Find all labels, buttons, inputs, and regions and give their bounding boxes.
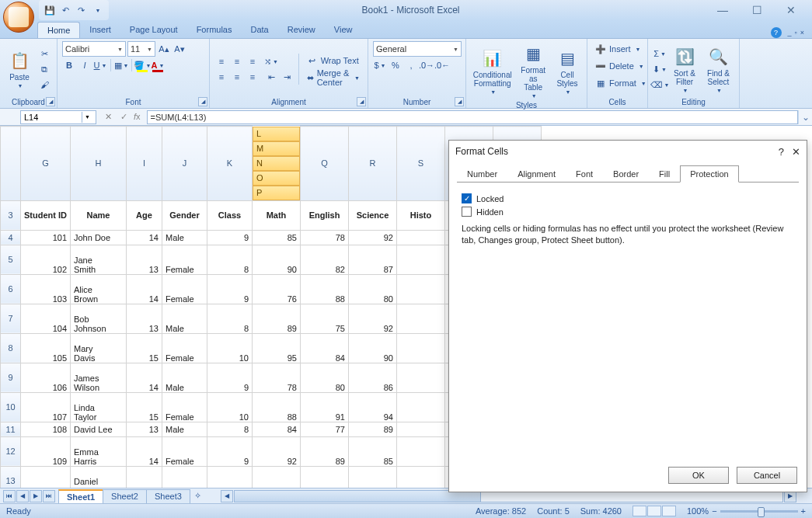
header-cell[interactable]: Science <box>349 200 397 230</box>
cell[interactable]: 106 <box>21 363 71 392</box>
cell[interactable] <box>397 363 445 392</box>
cell[interactable]: 9 <box>207 436 253 466</box>
cell[interactable]: 10 <box>207 392 253 422</box>
format-cells-button[interactable]: ▦Format▼ <box>592 75 650 91</box>
cell[interactable]: 102 <box>21 245 71 274</box>
app-close-icon[interactable]: × <box>800 27 804 38</box>
insert-function-icon[interactable]: fx <box>134 112 141 122</box>
format-as-table-button[interactable]: ▦Format as Table▼ <box>517 41 549 100</box>
cell[interactable]: Male <box>162 363 207 392</box>
clipboard-dialog-launcher[interactable]: ◢ <box>46 97 55 106</box>
cancel-button[interactable]: Cancel <box>737 467 797 484</box>
delete-cells-button[interactable]: ➖Delete▼ <box>592 58 647 74</box>
cell[interactable]: 9 <box>207 274 253 304</box>
cell[interactable]: 8 <box>207 304 253 333</box>
column-header-H[interactable]: H <box>71 127 127 201</box>
paste-button[interactable]: 📋 Paste ▼ <box>5 48 34 90</box>
cell[interactable]: 14 <box>127 363 162 392</box>
select-all-corner[interactable] <box>1 127 21 201</box>
dialog-tab-fill[interactable]: Fill <box>649 165 680 183</box>
align-bottom-icon[interactable]: ≡ <box>246 54 260 68</box>
cell[interactable]: 85 <box>253 230 301 245</box>
cell[interactable]: 84 <box>301 333 349 363</box>
border-button[interactable]: ▦▼ <box>114 58 128 72</box>
cell[interactable]: BobJohnson <box>71 304 127 333</box>
dialog-tab-font[interactable]: Font <box>566 165 603 183</box>
cell[interactable]: LindaTaylor <box>71 392 127 422</box>
cell[interactable]: 78 <box>253 363 301 392</box>
enter-formula-icon[interactable]: ✓ <box>118 112 129 122</box>
header-cell[interactable]: Age <box>127 200 162 230</box>
row-header-9[interactable]: 9 <box>1 363 21 392</box>
decrease-decimal-icon[interactable]: .0← <box>435 58 449 72</box>
dialog-tab-number[interactable]: Number <box>457 165 507 183</box>
row-header-4[interactable]: 4 <box>1 230 21 245</box>
cell[interactable]: 88 <box>301 274 349 304</box>
cell[interactable]: 95 <box>253 333 301 363</box>
cell[interactable]: Female <box>162 245 207 274</box>
tab-formulas[interactable]: Formulas <box>187 22 242 38</box>
align-right-icon[interactable]: ≡ <box>246 70 260 84</box>
cell[interactable] <box>397 392 445 422</box>
header-cell[interactable]: Math <box>253 200 301 230</box>
column-header-K[interactable]: K <box>207 127 253 201</box>
dialog-tab-alignment[interactable]: Alignment <box>507 165 566 183</box>
font-dialog-launcher[interactable]: ◢ <box>198 97 207 106</box>
cell[interactable]: 8 <box>207 245 253 274</box>
view-page-layout-icon[interactable] <box>647 506 661 516</box>
dialog-tab-protection[interactable]: Protection <box>680 165 739 183</box>
copy-icon[interactable]: ⧉ <box>37 62 51 76</box>
zoom-control[interactable]: 100% − + <box>687 506 806 516</box>
qat-customize-icon[interactable]: ▼ <box>92 4 104 16</box>
shrink-font-icon[interactable]: A▾ <box>173 42 186 56</box>
cell-styles-button[interactable]: ▤Cell Styles▼ <box>552 46 582 96</box>
cell[interactable]: 80 <box>301 363 349 392</box>
cell[interactable]: 8 <box>207 422 253 436</box>
column-header-L[interactable]: L <box>253 127 300 141</box>
cell[interactable] <box>397 245 445 274</box>
number-format-select[interactable]: General▼ <box>373 41 462 57</box>
wrap-text-button[interactable]: ↩Wrap Text <box>304 53 363 68</box>
cell[interactable]: David Lee <box>71 422 127 436</box>
autosum-icon[interactable]: Σ▼ <box>653 47 667 61</box>
cell[interactable]: 9 <box>207 363 253 392</box>
column-header-N[interactable]: N <box>253 156 300 171</box>
row-header-5[interactable]: 5 <box>1 245 21 274</box>
cell[interactable]: 92 <box>349 304 397 333</box>
font-name-select[interactable]: Calibri▼ <box>62 41 126 57</box>
dialog-tab-border[interactable]: Border <box>603 165 649 183</box>
tab-home[interactable]: Home <box>37 22 80 38</box>
sort-filter-button[interactable]: 🔃Sort & Filter▼ <box>670 44 699 95</box>
cell[interactable]: 108 <box>21 422 71 436</box>
cell[interactable]: 80 <box>349 274 397 304</box>
underline-button[interactable]: U▼ <box>93 58 107 72</box>
maximize-button[interactable]: ☐ <box>747 4 767 16</box>
italic-button[interactable]: I <box>78 58 92 72</box>
cell[interactable]: Female <box>162 333 207 363</box>
app-minimize-icon[interactable]: _ <box>788 27 792 38</box>
sheet-nav-prev-icon[interactable]: ◀ <box>16 490 29 502</box>
cancel-formula-icon[interactable]: ✕ <box>103 112 113 122</box>
dialog-close-icon[interactable]: ✕ <box>792 146 800 158</box>
view-page-break-icon[interactable] <box>662 506 676 516</box>
cell[interactable] <box>397 230 445 245</box>
cell[interactable]: 84 <box>253 422 301 436</box>
cell[interactable]: 13 <box>127 245 162 274</box>
minimize-button[interactable]: — <box>713 4 733 16</box>
header-cell[interactable]: Name <box>71 200 127 230</box>
row-header-3[interactable]: 3 <box>1 200 21 230</box>
name-box[interactable]: L14▼ <box>20 110 96 124</box>
column-header-J[interactable]: J <box>162 127 207 201</box>
cell[interactable] <box>397 274 445 304</box>
column-header-M[interactable]: M <box>253 141 300 156</box>
close-button[interactable]: ✕ <box>781 4 801 16</box>
cell[interactable]: 82 <box>301 245 349 274</box>
cell[interactable]: John Doe <box>71 230 127 245</box>
cell[interactable]: 14 <box>127 274 162 304</box>
insert-cells-button[interactable]: ➕Insert▼ <box>592 41 643 57</box>
row-header-8[interactable]: 8 <box>1 333 21 363</box>
cell[interactable]: 86 <box>349 363 397 392</box>
header-cell[interactable]: Class <box>207 200 253 230</box>
locked-checkbox-row[interactable]: Locked <box>462 193 794 203</box>
locked-checkbox[interactable] <box>462 193 472 203</box>
